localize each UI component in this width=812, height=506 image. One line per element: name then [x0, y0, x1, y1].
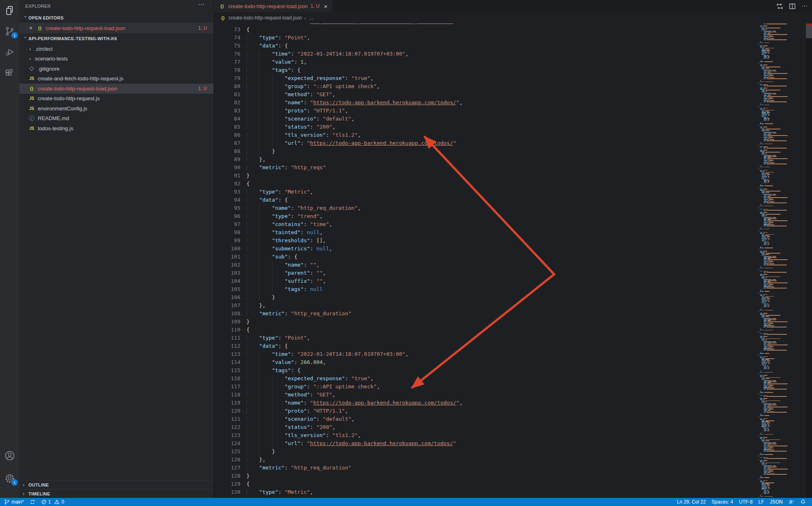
settings-icon[interactable]: 1 — [0, 469, 19, 487]
git-branch-indicator[interactable]: main* — [0, 498, 27, 506]
code-line[interactable]: 104 "suffix": "", — [214, 277, 806, 285]
explorer-icon[interactable] — [0, 2, 19, 19]
code-line[interactable]: 111 "type": "Point", — [214, 334, 806, 342]
code-line[interactable]: 100 "submetrics": null, — [214, 245, 806, 253]
scrollbar-track[interactable] — [806, 12, 812, 498]
code-line[interactable]: 102 "name": "", — [214, 261, 806, 269]
eol-indicator[interactable]: LF — [756, 498, 767, 506]
outline-section-header[interactable]: › OUTLINE — [19, 480, 214, 489]
encoding-indicator[interactable]: UTF-8 — [736, 498, 756, 506]
code-line[interactable]: 120 "proto": "HTTP/1.1", — [214, 407, 806, 415]
code-line[interactable]: 129{ — [214, 480, 806, 488]
code-line[interactable]: 74 "type": "Point", — [214, 34, 806, 42]
code-line[interactable]: 101 "sub": { — [214, 253, 806, 261]
indentation-indicator[interactable]: Spaces: 4 — [709, 498, 736, 506]
views-more-actions-icon[interactable]: ⋯ — [198, 1, 205, 8]
code-line[interactable]: 77 "value": 1, — [214, 58, 806, 66]
tree-item[interactable]: JSenvironmentConfig.js — [19, 103, 214, 114]
scrollbar-thumb[interactable] — [806, 23, 812, 38]
code-line[interactable]: 83 "proto": "HTTP/1.1", — [214, 107, 806, 115]
code-line[interactable]: 84 "scenario": "default", — [214, 115, 806, 123]
breadcrumb-file[interactable]: create-todo-http-request-load.json — [229, 15, 302, 21]
code-line[interactable]: 80 "group": "::API uptime check", — [214, 82, 806, 90]
source-control-icon[interactable]: 1 — [0, 22, 19, 40]
run-and-debug-icon[interactable] — [0, 43, 19, 61]
code-line[interactable]: 97 "contains": "time", — [214, 220, 806, 228]
code-line[interactable]: 81 "method": "GET", — [214, 90, 806, 99]
code-line[interactable]: 73{ — [214, 26, 806, 34]
code-line[interactable]: 128} — [214, 472, 806, 480]
notifications-button[interactable] — [797, 498, 809, 506]
sync-button[interactable] — [27, 498, 38, 506]
code-line[interactable]: 121 "scenario": "default", — [214, 415, 806, 423]
code-line[interactable]: 125 } — [214, 448, 806, 456]
code-line[interactable]: 122 "status": "200", — [214, 423, 806, 431]
code-line[interactable]: 106 } — [214, 293, 806, 301]
minimap[interactable] — [758, 24, 796, 498]
code-line[interactable]: 115 "tags": { — [214, 366, 806, 375]
code-line[interactable]: 96 "type": "trend", — [214, 212, 806, 220]
editor-more-actions-icon[interactable]: ⋯ — [801, 2, 808, 10]
tree-item[interactable]: JScreate-todo-http-request.js — [19, 94, 214, 104]
code-line[interactable]: 75 "data": { — [214, 42, 806, 50]
code-line[interactable]: 99 "thresholds": [], — [214, 237, 806, 245]
tree-item[interactable]: JScreate-and-fetch-todo-http-request.js — [19, 74, 214, 84]
tree-item[interactable]: ›.circleci — [19, 44, 214, 54]
feedback-button[interactable] — [786, 498, 797, 506]
code-line[interactable]: 109} — [214, 318, 806, 326]
code-line[interactable]: 114 "value": 266.004, — [214, 358, 806, 366]
tree-item[interactable]: iREADME.md — [19, 114, 214, 124]
tab-create-todo-http-request-load-json[interactable]: {} create-todo-http-request-load.json 1,… — [214, 0, 333, 12]
timeline-section-header[interactable]: › TIMELINE — [19, 489, 214, 498]
code-line[interactable]: 124 "url": "https://todo-app-barkend.her… — [214, 439, 806, 448]
language-mode[interactable]: JSON — [767, 498, 786, 506]
code-line[interactable]: 78 "tags": { — [214, 66, 806, 74]
code-line[interactable]: 90 "metric": "http_reqs" — [214, 164, 806, 172]
code-line[interactable]: 95 "name": "http_req_duration", — [214, 204, 806, 212]
code-line[interactable]: 118 "method": "GET", — [214, 391, 806, 399]
cursor-position[interactable]: Ln 29, Col 22 — [674, 498, 708, 506]
code-line[interactable]: 91} — [214, 172, 806, 180]
accounts-icon[interactable] — [0, 447, 19, 465]
code-line[interactable]: 117 "group": "::API uptime check", — [214, 383, 806, 391]
code-line[interactable]: 76 "time": "2022-01-24T14:18:07.019707+0… — [214, 50, 806, 58]
code-line[interactable]: 110{ — [214, 326, 806, 334]
code-line[interactable]: 127 "metric": "http_req_duration" — [214, 464, 806, 472]
open-editors-section-header[interactable]: › OPEN EDITORS — [19, 13, 214, 23]
code-line[interactable]: 108 "metric": "http_req_duration" — [214, 310, 806, 318]
code-line[interactable]: 123 "tls_version": "tls1.2", — [214, 431, 806, 439]
code-line[interactable]: 98 "tainted": null, — [214, 228, 806, 237]
breadcrumb-ellipsis[interactable]: … — [309, 15, 313, 21]
code-line[interactable]: 113 "time": "2022-01-24T14:18:07.019707+… — [214, 350, 806, 358]
close-icon[interactable]: × — [28, 25, 34, 31]
workspace-section-header[interactable]: › API-PERFORMANCE-TESTING-WITH-K6 — [19, 33, 214, 44]
code-line[interactable]: 116 "expected_response": "true", — [214, 375, 806, 383]
code-viewport[interactable]: 72 "url": "https://todo-app-barkend.hero… — [214, 24, 806, 498]
code-line[interactable]: 92{ — [214, 180, 806, 188]
split-editor-icon[interactable] — [789, 3, 796, 10]
code-line[interactable]: 88 } — [214, 147, 806, 155]
problems-indicator[interactable]: 1 0 — [38, 498, 67, 506]
code-line[interactable]: 94 "data": { — [214, 196, 806, 204]
code-line[interactable]: 89 }, — [214, 155, 806, 164]
code-line[interactable]: 105 "tags": null — [214, 285, 806, 293]
code-line[interactable]: 130 "type": "Metric", — [214, 488, 806, 496]
tree-item[interactable]: .gitignore — [19, 64, 214, 74]
code-line[interactable]: 119 "name": "https://todo-app-barkend.he… — [214, 399, 806, 407]
code-line[interactable]: 107 }, — [214, 301, 806, 310]
code-line[interactable]: 93 "type": "Metric", — [214, 188, 806, 196]
code-line[interactable]: 103 "parent": "", — [214, 269, 806, 277]
tree-item[interactable]: JStodos-testing.js — [19, 123, 214, 133]
code-line[interactable]: 82 "name": "https://todo-app-barkend.her… — [214, 99, 806, 107]
tree-item[interactable]: {}create-todo-http-request-load.json1, U — [19, 84, 214, 94]
code-line[interactable]: 87 "url": "https://todo-app-barkend.hero… — [214, 139, 806, 147]
open-changes-icon[interactable] — [776, 3, 783, 10]
breadcrumb[interactable]: {} create-todo-http-request-load.json › … — [214, 12, 812, 24]
code-line[interactable]: 79 "expected_response": "true", — [214, 74, 806, 82]
code-line[interactable]: 112 "data": { — [214, 342, 806, 350]
code-line[interactable]: 85 "status": "200", — [214, 123, 806, 131]
tab-close-icon[interactable]: × — [324, 3, 328, 10]
tree-item[interactable]: ›scenario-tests — [19, 54, 214, 64]
open-editor-item[interactable]: ×{}create-todo-http-request-load.json1, … — [19, 23, 214, 33]
code-line[interactable]: 86 "tls_version": "tls1.2", — [214, 131, 806, 139]
